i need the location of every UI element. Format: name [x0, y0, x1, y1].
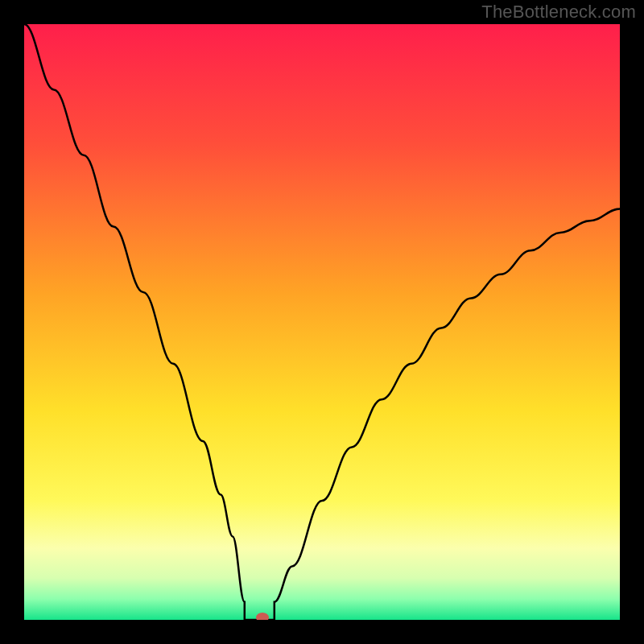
watermark-text: TheBottleneck.com — [481, 2, 636, 23]
plot-svg — [24, 24, 620, 620]
chart-frame: TheBottleneck.com — [0, 0, 644, 644]
plot-area — [24, 24, 620, 620]
gradient-background — [24, 24, 620, 620]
